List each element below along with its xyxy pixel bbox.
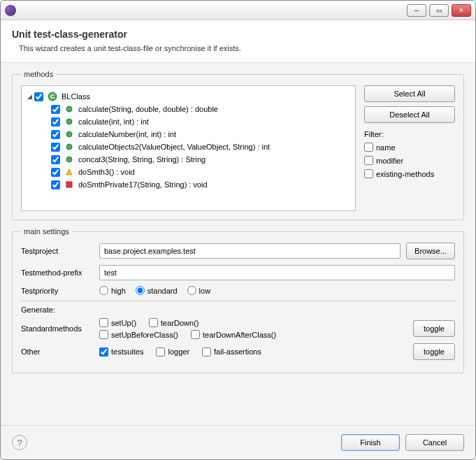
testsuites-checkbox[interactable] <box>99 347 108 357</box>
method-checkbox[interactable] <box>51 180 60 189</box>
method-label: doSmthPrivate17(String, String) : void <box>78 180 208 189</box>
page-subtitle: This wizard creates a unit test-class-fi… <box>12 44 464 52</box>
method-checkbox[interactable] <box>51 117 60 127</box>
priority-low[interactable]: low <box>187 286 211 295</box>
teardown-checkbox[interactable] <box>149 318 158 327</box>
collapse-icon[interactable]: ◢ <box>24 93 34 100</box>
page-title: Unit test-class-generator <box>12 29 464 40</box>
svg-rect-8 <box>66 182 72 187</box>
failassertions-checkbox[interactable] <box>202 347 211 357</box>
settings-legend: main settings <box>21 227 72 236</box>
setup-checkbox[interactable] <box>99 318 108 327</box>
svg-point-5 <box>66 144 72 150</box>
root-label: BLClass <box>62 92 90 101</box>
teardownafter-checkbox[interactable] <box>191 330 200 339</box>
prefix-input[interactable] <box>99 265 455 280</box>
testproject-label: Testproject <box>21 247 94 255</box>
prefix-label: Testmethod-prefix <box>21 268 94 277</box>
method-label: doSmth3() : void <box>78 168 135 176</box>
divider <box>21 301 455 301</box>
priority-high-radio[interactable] <box>99 286 108 295</box>
method-label: calculateNumber(int, int) : int <box>78 130 176 138</box>
generate-label: Generate: <box>21 306 455 314</box>
failassertions-option[interactable]: fail-assertions <box>202 347 261 357</box>
filter-modifier-checkbox[interactable] <box>364 156 373 165</box>
cancel-button[interactable]: Cancel <box>405 434 464 451</box>
svg-marker-7 <box>66 169 72 175</box>
method-icon <box>64 180 74 189</box>
setupbefore-checkbox[interactable] <box>99 330 108 339</box>
method-label: calculateObjects2(ValueObject, ValueObje… <box>78 143 270 151</box>
methods-fieldset: methods ◢ C BLClass calculate(String, do… <box>12 70 464 220</box>
svg-point-3 <box>66 119 72 124</box>
tree-item[interactable]: calculate(int, int) : int <box>24 115 352 128</box>
method-icon <box>64 117 74 127</box>
setup-option[interactable]: setUp() <box>99 318 136 327</box>
method-checkbox[interactable] <box>51 143 60 152</box>
teardownafter-option[interactable]: tearDownAfterClass() <box>191 330 276 339</box>
footer: ? Finish Cancel <box>1 425 475 459</box>
method-checkbox[interactable] <box>51 105 60 114</box>
close-button[interactable]: ✕ <box>452 4 471 17</box>
priority-label: Testpriority <box>21 287 94 295</box>
help-icon[interactable]: ? <box>12 435 27 450</box>
methods-legend: methods <box>21 70 56 78</box>
root-checkbox[interactable] <box>34 92 43 101</box>
titlebar: ─ ▭ ✕ <box>1 1 475 20</box>
method-label: calculate(int, int) : int <box>78 117 149 126</box>
filter-name-checkbox[interactable] <box>364 143 373 152</box>
filter-existing-checkbox[interactable] <box>364 169 373 178</box>
filter-existing[interactable]: existing-methods <box>364 169 455 178</box>
method-checkbox[interactable] <box>51 130 60 139</box>
dialog-window: ─ ▭ ✕ Unit test-class-generator This wiz… <box>0 0 476 460</box>
maximize-button[interactable]: ▭ <box>429 4 449 17</box>
svg-point-4 <box>66 131 72 137</box>
method-icon <box>64 129 74 139</box>
methods-tree[interactable]: ◢ C BLClass calculate(String, double, do… <box>21 85 356 211</box>
setupbefore-option[interactable]: setUpBeforeClass() <box>99 330 178 339</box>
select-all-button[interactable]: Select All <box>364 85 455 102</box>
method-icon <box>64 167 74 177</box>
method-checkbox[interactable] <box>51 168 60 177</box>
tree-item[interactable]: doSmth3() : void <box>24 166 352 178</box>
tree-item[interactable]: calculateObjects2(ValueObject, ValueObje… <box>24 141 352 153</box>
toggle-other-button[interactable]: toggle <box>413 343 455 360</box>
filter-modifier[interactable]: modifier <box>364 156 455 165</box>
tree-item[interactable]: calculateNumber(int, int) : int <box>24 128 352 141</box>
logger-option[interactable]: logger <box>156 347 189 357</box>
method-checkbox[interactable] <box>51 155 60 164</box>
method-label: calculate(String, double, double) : doub… <box>78 105 218 113</box>
tree-root[interactable]: ◢ C BLClass <box>24 90 352 103</box>
filter-name[interactable]: name <box>364 143 455 152</box>
header: Unit test-class-generator This wizard cr… <box>1 20 475 63</box>
method-icon <box>64 154 74 164</box>
testsuites-option[interactable]: testsuites <box>99 347 143 357</box>
standardmethods-label: Standardmethods <box>21 324 94 333</box>
method-icon <box>64 142 74 152</box>
priority-standard-radio[interactable] <box>136 286 145 295</box>
svg-point-6 <box>66 157 72 162</box>
logger-checkbox[interactable] <box>156 347 165 357</box>
browse-button[interactable]: Browse... <box>406 243 455 259</box>
tree-item[interactable]: calculate(String, double, double) : doub… <box>24 103 352 115</box>
deselect-all-button[interactable]: Deselect All <box>364 106 455 123</box>
method-label: concat3(String, String, String) : String <box>78 155 205 164</box>
class-icon: C <box>48 92 57 101</box>
filter-label: Filter: <box>364 130 455 138</box>
app-icon <box>5 5 16 16</box>
toggle-standard-button[interactable]: toggle <box>413 320 455 337</box>
priority-high[interactable]: high <box>99 286 126 295</box>
testproject-input[interactable] <box>99 243 401 259</box>
minimize-button[interactable]: ─ <box>407 4 426 17</box>
priority-low-radio[interactable] <box>187 286 196 295</box>
priority-standard[interactable]: standard <box>136 286 178 295</box>
svg-point-2 <box>66 106 72 112</box>
svg-text:C: C <box>50 93 55 100</box>
method-icon <box>64 104 74 114</box>
other-label: Other <box>21 347 94 356</box>
tree-item[interactable]: doSmthPrivate17(String, String) : void <box>24 178 352 191</box>
finish-button[interactable]: Finish <box>341 434 400 451</box>
teardown-option[interactable]: tearDown() <box>149 318 199 327</box>
settings-fieldset: main settings Testproject Browse... Test… <box>12 227 464 373</box>
tree-item[interactable]: concat3(String, String, String) : String <box>24 153 352 166</box>
